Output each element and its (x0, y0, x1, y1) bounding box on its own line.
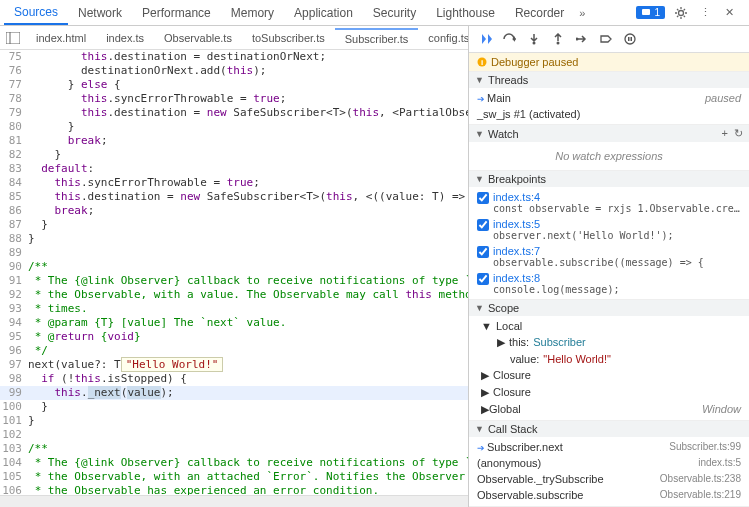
thread-row[interactable]: _sw_js #1 (activated) (469, 106, 749, 122)
line-number[interactable]: 87 (0, 218, 28, 232)
scope-this[interactable]: ▶this: Subscriber (469, 334, 749, 351)
line-number[interactable]: 95 (0, 330, 28, 344)
stack-frame[interactable]: (anonymous)index.ts:7 (469, 503, 749, 507)
line-number[interactable]: 105 (0, 470, 28, 484)
breakpoint-row[interactable]: index.ts:8 console.log(message); (469, 270, 749, 297)
line-number[interactable]: 96 (0, 344, 28, 358)
line-number[interactable]: 106 (0, 484, 28, 495)
code-line[interactable]: 80 } (0, 120, 468, 134)
code-line[interactable]: 100 } (0, 400, 468, 414)
resume-button[interactable] (477, 30, 495, 48)
line-number[interactable]: 83 (0, 162, 28, 176)
breakpoint-checkbox[interactable] (477, 246, 489, 258)
line-number[interactable]: 100 (0, 400, 28, 414)
refresh-watch-icon[interactable]: ↻ (734, 127, 743, 140)
line-number[interactable]: 103 (0, 442, 28, 456)
tab-network[interactable]: Network (68, 2, 132, 24)
deactivate-breakpoints-button[interactable] (597, 30, 615, 48)
line-number[interactable]: 93 (0, 302, 28, 316)
code-line[interactable]: 89 (0, 246, 468, 260)
breakpoint-row[interactable]: index.ts:7 observable.subscribe((message… (469, 243, 749, 270)
file-tab-tosubscriber[interactable]: toSubscriber.ts (242, 29, 335, 47)
file-tab-index-ts[interactable]: index.ts (96, 29, 154, 47)
code-line[interactable]: 93 * times. (0, 302, 468, 316)
code-line[interactable]: 99 this._next(value); (0, 386, 468, 400)
line-number[interactable]: 81 (0, 134, 28, 148)
line-number[interactable]: 77 (0, 78, 28, 92)
navigator-toggle-icon[interactable] (0, 32, 26, 44)
kebab-icon[interactable]: ⋮ (697, 5, 713, 21)
code-line[interactable]: 79 this.destination = new SafeSubscriber… (0, 106, 468, 120)
code-line[interactable]: 75 this.destination = destinationOrNext; (0, 50, 468, 64)
line-number[interactable]: 79 (0, 106, 28, 120)
tab-lighthouse[interactable]: Lighthouse (426, 2, 505, 24)
code-line[interactable]: 96 */ (0, 344, 468, 358)
line-number[interactable]: 90 (0, 260, 28, 274)
thread-row[interactable]: ➔Main paused (469, 90, 749, 106)
stack-frame[interactable]: ➔Subscriber.nextSubscriber.ts:99 (469, 439, 749, 455)
code-line[interactable]: 84 this.syncErrorThrowable = true; (0, 176, 468, 190)
line-number[interactable]: 102 (0, 428, 28, 442)
line-number[interactable]: 91 (0, 274, 28, 288)
code-line[interactable]: 98 if (!this.isStopped) { (0, 372, 468, 386)
code-line[interactable]: 78 this.syncErrorThrowable = true; (0, 92, 468, 106)
line-number[interactable]: 75 (0, 50, 28, 64)
code-line[interactable]: 97next(value?: T"Hello World!" (0, 358, 468, 372)
line-number[interactable]: 82 (0, 148, 28, 162)
line-number[interactable]: 98 (0, 372, 28, 386)
stack-frame[interactable]: (anonymous)index.ts:5 (469, 455, 749, 471)
line-number[interactable]: 78 (0, 92, 28, 106)
code-line[interactable]: 94 * @param {T} [value] The `next` value… (0, 316, 468, 330)
threads-header[interactable]: ▼Threads (469, 72, 749, 88)
line-number[interactable]: 94 (0, 316, 28, 330)
code-line[interactable]: 101} (0, 414, 468, 428)
code-line[interactable]: 95 * @return {void} (0, 330, 468, 344)
code-line[interactable]: 85 this.destination = new SafeSubscriber… (0, 190, 468, 204)
error-badge[interactable]: 1 (636, 6, 665, 19)
line-number[interactable]: 104 (0, 456, 28, 470)
breakpoint-checkbox[interactable] (477, 273, 489, 285)
code-line[interactable]: 106 * the Observable has experienced an … (0, 484, 468, 495)
code-line[interactable]: 90/** (0, 260, 468, 274)
breakpoint-row[interactable]: index.ts:4 const observable = rxjs_1.Obs… (469, 189, 749, 216)
tab-sources[interactable]: Sources (4, 1, 68, 25)
line-number[interactable]: 88 (0, 232, 28, 246)
breakpoint-checkbox[interactable] (477, 192, 489, 204)
step-over-button[interactable] (501, 30, 519, 48)
line-number[interactable]: 84 (0, 176, 28, 190)
stack-frame[interactable]: Observable.subscribeObservable.ts:219 (469, 487, 749, 503)
close-icon[interactable]: ✕ (721, 5, 737, 21)
code-line[interactable]: 86 break; (0, 204, 468, 218)
scope-closure2[interactable]: ▶Closure (469, 384, 749, 401)
breakpoint-checkbox[interactable] (477, 219, 489, 231)
step-into-button[interactable] (525, 30, 543, 48)
tab-performance[interactable]: Performance (132, 2, 221, 24)
pause-exceptions-button[interactable] (621, 30, 639, 48)
code-line[interactable]: 81 break; (0, 134, 468, 148)
tab-recorder[interactable]: Recorder (505, 2, 574, 24)
file-tab-index-html[interactable]: index.html (26, 29, 96, 47)
code-line[interactable]: 105 * the Observable, with an attached `… (0, 470, 468, 484)
code-line[interactable]: 82 } (0, 148, 468, 162)
code-line[interactable]: 103/** (0, 442, 468, 456)
file-tab-subscriber[interactable]: Subscriber.ts (335, 28, 419, 48)
line-number[interactable]: 97 (0, 358, 28, 372)
code-line[interactable]: 88} (0, 232, 468, 246)
code-line[interactable]: 104 * The {@link Observer} callback to r… (0, 456, 468, 470)
breakpoint-row[interactable]: index.ts:5 observer.next('Hello World!')… (469, 216, 749, 243)
code-line[interactable]: 92 * the Observable, with a value. The O… (0, 288, 468, 302)
watch-header[interactable]: ▼Watch + ↻ (469, 125, 749, 142)
code-line[interactable]: 91 * The {@link Observer} callback to re… (0, 274, 468, 288)
callstack-header[interactable]: ▼Call Stack (469, 421, 749, 437)
line-number[interactable]: 85 (0, 190, 28, 204)
scope-local[interactable]: ▼Local (469, 318, 749, 334)
tab-memory[interactable]: Memory (221, 2, 284, 24)
tab-application[interactable]: Application (284, 2, 363, 24)
scope-closure[interactable]: ▶Closure (469, 367, 749, 384)
code-editor[interactable]: 75 this.destination = destinationOrNext;… (0, 50, 468, 495)
line-number[interactable]: 89 (0, 246, 28, 260)
line-number[interactable]: 86 (0, 204, 28, 218)
gear-icon[interactable] (673, 5, 689, 21)
step-button[interactable] (573, 30, 591, 48)
stack-frame[interactable]: Observable._trySubscribeObservable.ts:23… (469, 471, 749, 487)
